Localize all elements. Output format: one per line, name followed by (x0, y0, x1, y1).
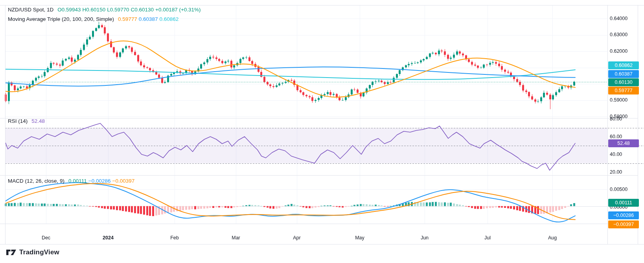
tradingview-logo-text: TradingView (19, 248, 59, 256)
rsi-legend: RSI (14)52.48 (8, 118, 46, 124)
macd-signal-badge: −0.00397 (608, 220, 639, 228)
macd-line-value: −0.00286 (88, 178, 111, 184)
price-axis-label: 0.59000 (610, 97, 627, 103)
rsi-axis-label: 40.00 (610, 152, 622, 157)
price-axis-label: 0.64000 (610, 16, 627, 22)
rsi-axis-label: 80.00 (610, 116, 622, 122)
ma20-price-badge: 0.59777 (608, 87, 639, 94)
time-axis-label: Mar (224, 235, 248, 241)
macd-legend: MACD (12, 26, close, 9)0.00111−0.00286−0… (8, 178, 136, 184)
time-axis-label: May (348, 235, 372, 241)
ohlc-open: O0.59943 (57, 7, 81, 13)
time-axis-label: Jun (413, 235, 436, 241)
ohlc-close: C0.60130 (131, 7, 154, 13)
macd-indicator-title[interactable]: MACD (12, 26, close, 9) (8, 178, 64, 184)
rsi-indicator-title[interactable]: RSI (14) (8, 118, 28, 124)
ohlc-change: +0.00187 (+0.31%) (155, 7, 201, 13)
time-axis-label: Dec (34, 235, 58, 241)
ma100-value: 0.60387 (139, 16, 158, 22)
tradingview-logo-icon (6, 249, 17, 256)
ma-legend: Moving Average Triple (20, 100, 200, Sim… (8, 16, 180, 22)
last-close-price-badge: 0.60130 (608, 78, 639, 86)
ma200-value: 0.60862 (160, 16, 179, 22)
price-axis-label: 0.62000 (610, 48, 627, 54)
time-axis-label: Jul (476, 235, 499, 241)
price-axis-label: 0.63000 (610, 32, 627, 38)
macd-line-badge: −0.00286 (608, 211, 639, 219)
time-axis-label: Feb (163, 235, 186, 241)
ma100-price-badge: 0.60387 (608, 70, 639, 78)
tradingview-attribution[interactable]: TradingView (6, 248, 59, 256)
macd-hist-value: 0.00111 (68, 178, 87, 184)
ohlc-low: L0.59770 (107, 7, 129, 13)
time-axis-label: Apr (285, 235, 309, 241)
ma200-price-badge: 0.60862 (608, 61, 639, 69)
ma20-value: 0.59777 (118, 16, 137, 22)
time-axis-label: Aug (541, 235, 564, 241)
macd-hist-badge: 0.00111 (608, 199, 639, 207)
price-chart-canvas[interactable] (0, 0, 644, 263)
tradingview-chart-window: NZD/USD Spot, 1DO0.59943H0.60150L0.59770… (0, 0, 644, 263)
time-axis-label: 2024 (96, 235, 120, 241)
rsi-value: 52.48 (31, 118, 45, 124)
rsi-axis-label: 20.00 (610, 169, 622, 175)
ma-indicator-title[interactable]: Moving Average Triple (20, 100, 200, Sim… (8, 16, 114, 22)
symbol-title[interactable]: NZD/USD Spot, 1D (8, 7, 53, 13)
ohlc-high: H0.60150 (83, 7, 106, 13)
macd-axis-label: 0.00500 (610, 187, 627, 193)
macd-signal-value: −0.00397 (112, 178, 135, 184)
rsi-axis-label: 60.00 (610, 134, 622, 140)
symbol-legend: NZD/USD Spot, 1DO0.59943H0.60150L0.59770… (8, 7, 202, 13)
rsi-value-badge: 52.48 (608, 139, 639, 147)
